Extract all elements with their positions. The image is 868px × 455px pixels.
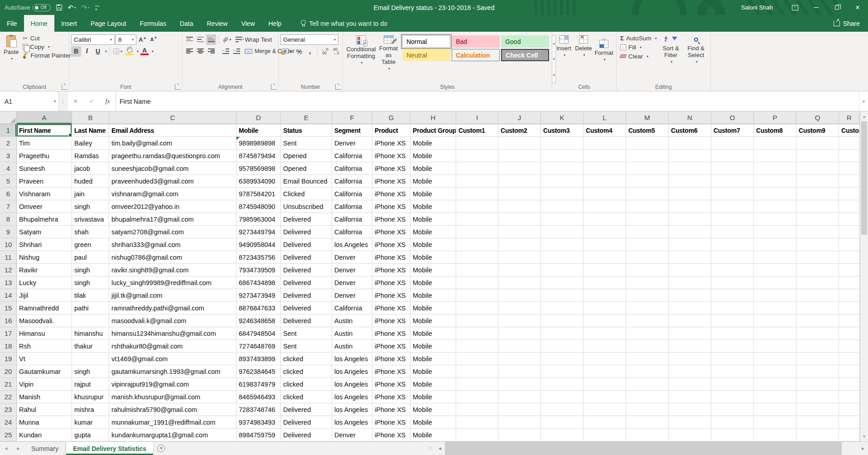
cell-L10[interactable]	[583, 238, 626, 251]
cell-L14[interactable]	[583, 289, 626, 302]
ribbon-tab-page-layout[interactable]: Page Layout	[84, 15, 133, 32]
prev-sheet-button[interactable]: ◄	[0, 442, 12, 455]
cell-F19[interactable]: los Angeles	[332, 353, 372, 365]
cell-B5[interactable]: huded	[72, 175, 109, 188]
cell-F23[interactable]: los Angeles	[332, 403, 372, 416]
align-left-button[interactable]	[184, 46, 194, 57]
cell-Q8[interactable]	[796, 213, 839, 226]
cell-E4[interactable]: Opened	[281, 162, 332, 175]
ribbon-tab-view[interactable]: View	[234, 15, 261, 32]
cell-K5[interactable]	[541, 175, 583, 188]
horizontal-scrollbar-track[interactable]	[445, 442, 858, 455]
cell-style-neutral[interactable]: Neutral	[402, 49, 450, 61]
cell-H5[interactable]: Mobile	[410, 175, 456, 188]
cell-K21[interactable]	[541, 378, 583, 391]
column-header-G[interactable]: G	[372, 111, 410, 124]
cell-P23[interactable]	[754, 403, 796, 416]
align-middle-button[interactable]	[195, 34, 205, 45]
cell-B24[interactable]: kumar	[72, 416, 109, 429]
column-header-D[interactable]: D	[236, 111, 281, 124]
cell-J14[interactable]	[498, 289, 541, 302]
cell-C19[interactable]: vt1469@gmail.com	[109, 353, 236, 365]
column-header-K[interactable]: K	[541, 111, 583, 124]
format-cells-button[interactable]: Format ▾	[593, 34, 614, 83]
cell-D4[interactable]: 9578569898	[236, 162, 281, 175]
decrease-indent-button[interactable]	[221, 46, 231, 57]
column-header-E[interactable]: E	[281, 111, 332, 124]
cell-F11[interactable]: Denver	[332, 251, 372, 264]
column-header-O[interactable]: O	[711, 111, 754, 124]
cell-J8[interactable]	[498, 213, 541, 226]
cell-D13[interactable]: 6867434898	[236, 276, 281, 289]
cell-D1[interactable]: Mobile	[236, 124, 281, 137]
ribbon-tab-home[interactable]: Home	[24, 15, 54, 32]
cell-I15[interactable]	[456, 302, 498, 315]
cell-F7[interactable]: California	[332, 200, 372, 213]
cell-A16[interactable]: Masoodvali.	[17, 315, 72, 327]
cell-Q12[interactable]	[796, 264, 839, 276]
cell-P5[interactable]	[754, 175, 796, 188]
cell-O18[interactable]	[711, 340, 754, 353]
cell-F21[interactable]: los Angeles	[332, 378, 372, 391]
cell-N13[interactable]	[669, 276, 711, 289]
cell-K22[interactable]	[541, 391, 583, 403]
cell-H15[interactable]: Mobile	[410, 302, 456, 315]
cell-M15[interactable]	[626, 302, 669, 315]
cell-D5[interactable]: 6389934090	[236, 175, 281, 188]
cell-M11[interactable]	[626, 251, 669, 264]
cell-G14[interactable]: iPhone XS	[372, 289, 410, 302]
cell-J19[interactable]	[498, 353, 541, 365]
cell-B8[interactable]: srivastava	[72, 213, 109, 226]
vertical-scrollbar-track[interactable]	[860, 235, 868, 431]
cell-O16[interactable]	[711, 315, 754, 327]
cell-I11[interactable]	[456, 251, 498, 264]
cell-E2[interactable]: Sent	[281, 137, 332, 150]
cell-I24[interactable]	[456, 416, 498, 429]
sheet-tab-summary[interactable]: Summary	[24, 442, 66, 455]
vertical-scrollbar-thumb[interactable]	[861, 121, 867, 235]
cell-F5[interactable]: California	[332, 175, 372, 188]
cell-P13[interactable]	[754, 276, 796, 289]
undo-button[interactable]: ↶▾	[68, 4, 76, 11]
cell-P12[interactable]	[754, 264, 796, 276]
cell-A25[interactable]: Kundan	[17, 429, 72, 441]
row-header-9[interactable]: 9	[0, 226, 17, 238]
cell-I5[interactable]	[456, 175, 498, 188]
cell-M20[interactable]	[626, 365, 669, 378]
cell-R10[interactable]	[839, 238, 860, 251]
cell-D9[interactable]: 9273449794	[236, 226, 281, 238]
cell-M1[interactable]: Custom5	[626, 124, 669, 137]
cell-Q23[interactable]	[796, 403, 839, 416]
cell-D24[interactable]: 9374983493	[236, 416, 281, 429]
autosave-pill[interactable]: Off	[33, 4, 51, 11]
cell-M6[interactable]	[626, 188, 669, 200]
cell-A14[interactable]: Jijil	[17, 289, 72, 302]
cell-O10[interactable]	[711, 238, 754, 251]
cell-Q21[interactable]	[796, 378, 839, 391]
cell-C25[interactable]: kundankumargupta1@gmail.com	[109, 429, 236, 441]
cell-F17[interactable]: Austin	[332, 327, 372, 340]
cell-G24[interactable]: iPhone XS	[372, 416, 410, 429]
cell-F4[interactable]: California	[332, 162, 372, 175]
cell-L24[interactable]	[583, 416, 626, 429]
cell-O9[interactable]	[711, 226, 754, 238]
cell-A7[interactable]: Omveer	[17, 200, 72, 213]
cell-H10[interactable]: Mobile	[410, 238, 456, 251]
cell-K7[interactable]	[541, 200, 583, 213]
cell-R7[interactable]	[839, 200, 860, 213]
cell-O22[interactable]	[711, 391, 754, 403]
cell-H21[interactable]: Mobile	[410, 378, 456, 391]
align-bottom-button[interactable]	[206, 34, 216, 45]
cell-Q19[interactable]	[796, 353, 839, 365]
cell-G6[interactable]: iPhone XS	[372, 188, 410, 200]
cell-F6[interactable]: California	[332, 188, 372, 200]
cell-L18[interactable]	[583, 340, 626, 353]
cell-F14[interactable]: Denver	[332, 289, 372, 302]
cell-R16[interactable]	[839, 315, 860, 327]
cell-B19[interactable]	[72, 353, 109, 365]
cell-G21[interactable]: iPhone XS	[372, 378, 410, 391]
cell-K3[interactable]	[541, 150, 583, 162]
cell-J13[interactable]	[498, 276, 541, 289]
cell-C4[interactable]: suneeshjacob@gmail.com	[109, 162, 236, 175]
cell-M25[interactable]	[626, 429, 669, 441]
